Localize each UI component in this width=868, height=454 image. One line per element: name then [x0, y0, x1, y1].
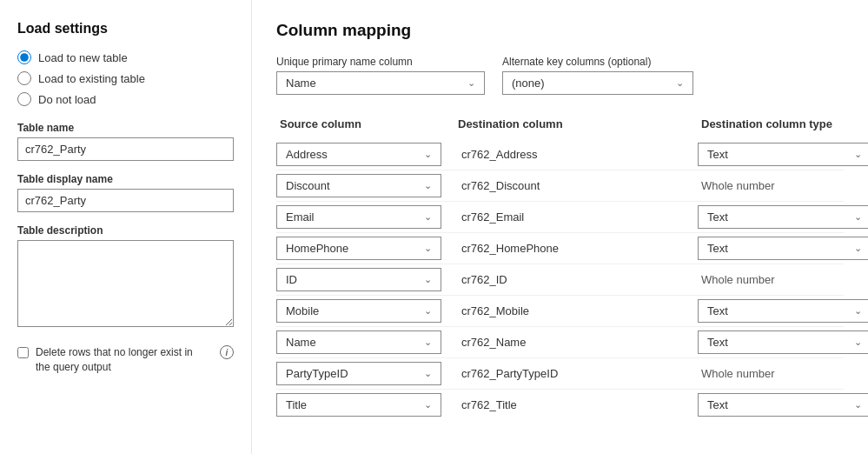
source-chevron-icon: ⌄ [424, 305, 432, 317]
table-row: Discount⌄cr762_DiscountWhole number [276, 170, 844, 202]
table-display-label: Table display name [17, 173, 234, 185]
right-panel: Column mapping Unique primary name colum… [252, 0, 868, 454]
table-row: Address⌄cr762_AddressText⌄ [276, 139, 844, 170]
load-settings-radio-group: Load to new table Load to existing table… [17, 50, 234, 106]
source-select-2[interactable]: Email⌄ [276, 205, 441, 229]
dest-type-select-5[interactable]: Text⌄ [698, 299, 868, 323]
type-value-8: Text [707, 398, 728, 411]
radio-load-existing-table[interactable]: Load to existing table [17, 71, 234, 85]
table-display-input[interactable] [17, 189, 234, 212]
source-chevron-icon: ⌄ [424, 211, 432, 223]
primary-select[interactable]: Name ⌄ [276, 71, 485, 95]
table-row: Mobile⌄cr762_MobileText⌄ [276, 296, 844, 327]
dest-col-6: cr762_Name [454, 336, 698, 349]
type-chevron-icon: ⌄ [854, 149, 862, 160]
type-chevron-icon: ⌄ [854, 305, 862, 317]
dest-type-col-0: Text⌄ [698, 143, 868, 166]
mapping-header-selects: Unique primary name column Name ⌄ Altern… [276, 56, 844, 95]
source-select-5[interactable]: Mobile⌄ [276, 299, 441, 323]
table-desc-input[interactable] [17, 240, 234, 327]
table-row: Email⌄cr762_EmailText⌄ [276, 202, 844, 233]
delete-rows-row: Delete rows that no longer exist in the … [17, 345, 234, 375]
source-value-5: Mobile [286, 304, 319, 317]
dest-type-col-1: Whole number [698, 179, 868, 192]
source-select-6[interactable]: Name⌄ [276, 330, 441, 354]
source-chevron-icon: ⌄ [424, 243, 432, 254]
source-select-7[interactable]: PartyTypeID⌄ [276, 362, 441, 385]
source-select-0[interactable]: Address⌄ [276, 143, 441, 166]
dest-type-text-7: Whole number [698, 367, 775, 380]
table-row: Title⌄cr762_TitleText⌄ [276, 390, 844, 420]
delete-rows-checkbox[interactable] [17, 347, 29, 358]
type-chevron-icon: ⌄ [854, 337, 862, 348]
source-value-1: Discount [286, 179, 330, 192]
source-chevron-icon: ⌄ [424, 368, 432, 379]
primary-col: Unique primary name column Name ⌄ [276, 56, 485, 95]
source-header: Source column [276, 117, 454, 130]
dest-col-4: cr762_ID [454, 273, 698, 286]
primary-chevron-icon: ⌄ [467, 77, 475, 89]
left-title: Load settings [17, 21, 234, 37]
dest-type-col-6: Text⌄ [698, 330, 868, 354]
source-value-0: Address [286, 148, 328, 161]
dest-col-1: cr762_Discount [454, 179, 698, 192]
dest-type-select-2[interactable]: Text⌄ [698, 205, 868, 229]
table-desc-label: Table description [17, 224, 234, 237]
alternate-select[interactable]: (none) ⌄ [502, 71, 693, 95]
table-name-input[interactable] [17, 137, 234, 161]
source-chevron-icon: ⌄ [424, 337, 432, 348]
table-name-label: Table name [17, 122, 234, 134]
dest-col-0: cr762_Address [454, 148, 698, 161]
table-header: Source column Destination column Destina… [276, 112, 844, 136]
source-value-2: Email [286, 210, 315, 224]
source-select-8[interactable]: Title⌄ [276, 393, 441, 417]
dest-type-select-8[interactable]: Text⌄ [698, 393, 868, 417]
primary-label: Unique primary name column [276, 56, 485, 68]
dest-col-3: cr762_HomePhone [454, 242, 698, 255]
dest-type-select-0[interactable]: Text⌄ [698, 143, 868, 166]
source-value-3: HomePhone [286, 242, 348, 255]
dest-type-header: Destination column type [698, 117, 868, 130]
alternate-col: Alternate key columns (optional) (none) … [502, 56, 693, 95]
right-title: Column mapping [276, 21, 844, 40]
info-icon[interactable]: i [220, 345, 234, 359]
primary-select-value: Name [286, 77, 316, 90]
left-panel: Load settings Load to new table Load to … [0, 0, 252, 454]
type-value-0: Text [707, 148, 728, 161]
source-select-4[interactable]: ID⌄ [276, 268, 441, 291]
dest-col-8: cr762_Title [454, 398, 698, 411]
dest-col-5: cr762_Mobile [454, 304, 698, 317]
alternate-chevron-icon: ⌄ [676, 77, 684, 89]
type-value-2: Text [707, 210, 728, 224]
type-chevron-icon: ⌄ [854, 243, 862, 254]
dest-type-select-3[interactable]: Text⌄ [698, 237, 868, 260]
dest-type-col-3: Text⌄ [698, 237, 868, 260]
dest-type-col-5: Text⌄ [698, 299, 868, 323]
source-value-7: PartyTypeID [286, 367, 348, 380]
dest-type-text-4: Whole number [698, 273, 775, 286]
type-value-3: Text [707, 242, 728, 255]
type-chevron-icon: ⌄ [854, 399, 862, 411]
source-chevron-icon: ⌄ [424, 274, 432, 285]
dest-type-text-1: Whole number [698, 179, 775, 192]
table-row: ID⌄cr762_IDWhole number [276, 264, 844, 296]
table-row: HomePhone⌄cr762_HomePhoneText⌄ [276, 233, 844, 264]
table-row: PartyTypeID⌄cr762_PartyTypeIDWhole numbe… [276, 358, 844, 390]
dest-type-col-8: Text⌄ [698, 393, 868, 417]
radio-load-new-table-label: Load to new table [38, 51, 128, 64]
source-select-1[interactable]: Discount⌄ [276, 174, 441, 197]
radio-load-existing-table-label: Load to existing table [38, 72, 145, 85]
source-value-8: Title [286, 398, 307, 411]
radio-do-not-load-label: Do not load [38, 93, 96, 106]
radio-do-not-load[interactable]: Do not load [17, 92, 234, 106]
dest-type-select-6[interactable]: Text⌄ [698, 330, 868, 354]
source-chevron-icon: ⌄ [424, 180, 432, 191]
type-value-5: Text [707, 304, 728, 317]
destination-header: Destination column [454, 117, 698, 130]
alternate-select-value: (none) [512, 77, 545, 90]
table-row: Name⌄cr762_NameText⌄ [276, 327, 844, 358]
dest-col-2: cr762_Email [454, 210, 698, 224]
source-value-4: ID [286, 273, 297, 286]
source-select-3[interactable]: HomePhone⌄ [276, 237, 441, 260]
radio-load-new-table[interactable]: Load to new table [17, 50, 234, 64]
